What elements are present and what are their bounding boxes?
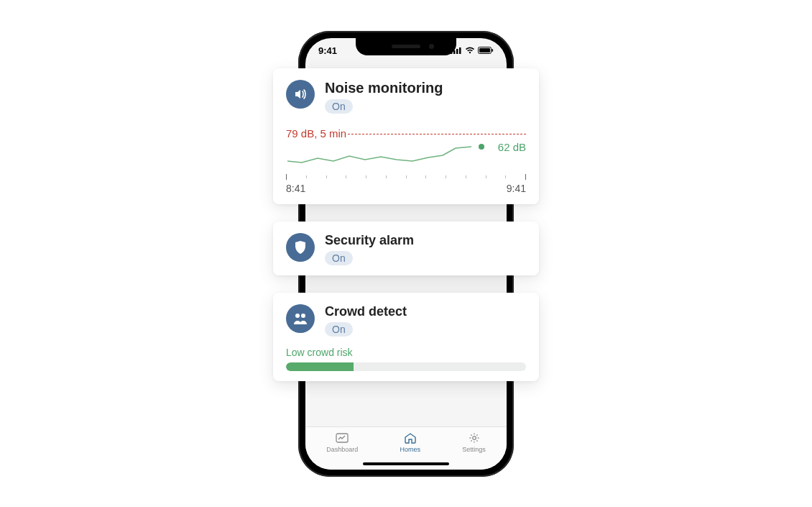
gear-icon bbox=[468, 431, 481, 444]
nav-label: Dashboard bbox=[326, 446, 358, 453]
nav-settings[interactable]: Settings bbox=[462, 431, 486, 453]
shield-icon bbox=[286, 233, 315, 262]
time-end: 9:41 bbox=[507, 183, 526, 194]
dashboard-icon bbox=[336, 431, 349, 444]
noise-card[interactable]: Noise monitoring On 79 dB, 5 min 62 dB bbox=[273, 68, 539, 204]
svg-point-10 bbox=[301, 314, 305, 318]
speaker-icon bbox=[286, 80, 315, 109]
people-icon bbox=[286, 304, 315, 333]
svg-rect-1 bbox=[453, 50, 456, 54]
status-pill: On bbox=[325, 322, 353, 337]
status-pill: On bbox=[325, 99, 353, 114]
card-header: Security alarm On bbox=[286, 233, 526, 265]
nav-label: Homes bbox=[400, 446, 420, 453]
current-point-icon bbox=[479, 144, 484, 150]
time-start: 8:41 bbox=[286, 183, 305, 194]
status-indicators bbox=[451, 45, 494, 56]
home-icon bbox=[404, 431, 417, 444]
chart-time-labels: 8:41 9:41 bbox=[286, 183, 526, 194]
svg-rect-2 bbox=[456, 49, 458, 54]
nav-label: Settings bbox=[462, 446, 486, 453]
phone-notch bbox=[356, 38, 456, 55]
card-title: Security alarm bbox=[325, 233, 414, 248]
card-title: Crowd detect bbox=[325, 304, 407, 319]
battery-icon bbox=[478, 45, 494, 56]
noise-chart: 79 dB, 5 min 62 dB 8:41 9:41 bbox=[286, 127, 526, 194]
threshold-line bbox=[348, 134, 526, 134]
crowd-card[interactable]: Crowd detect On Low crowd risk bbox=[273, 293, 539, 381]
crowd-progress-fill bbox=[286, 362, 354, 371]
chart-ticks bbox=[286, 174, 526, 181]
current-value: 62 dB bbox=[498, 141, 526, 153]
svg-rect-6 bbox=[492, 49, 494, 52]
nav-dashboard[interactable]: Dashboard bbox=[326, 431, 358, 453]
wifi-icon bbox=[465, 45, 475, 56]
crowd-progress bbox=[286, 362, 526, 371]
security-card[interactable]: Security alarm On bbox=[273, 221, 539, 275]
status-time: 9:41 bbox=[318, 45, 337, 56]
svg-point-9 bbox=[295, 314, 300, 318]
card-header: Noise monitoring On bbox=[286, 80, 526, 114]
nav-homes[interactable]: Homes bbox=[400, 431, 420, 453]
svg-rect-7 bbox=[336, 434, 348, 442]
crowd-risk-label: Low crowd risk bbox=[286, 347, 526, 358]
svg-rect-5 bbox=[479, 48, 490, 52]
card-title: Noise monitoring bbox=[325, 80, 443, 96]
card-header: Crowd detect On bbox=[286, 304, 526, 337]
noise-line-chart bbox=[286, 137, 474, 173]
status-pill: On bbox=[325, 251, 353, 265]
home-indicator[interactable] bbox=[363, 462, 449, 465]
svg-rect-3 bbox=[459, 47, 461, 54]
cards-stack: Noise monitoring On 79 dB, 5 min 62 dB bbox=[273, 68, 539, 381]
svg-point-8 bbox=[472, 436, 476, 439]
